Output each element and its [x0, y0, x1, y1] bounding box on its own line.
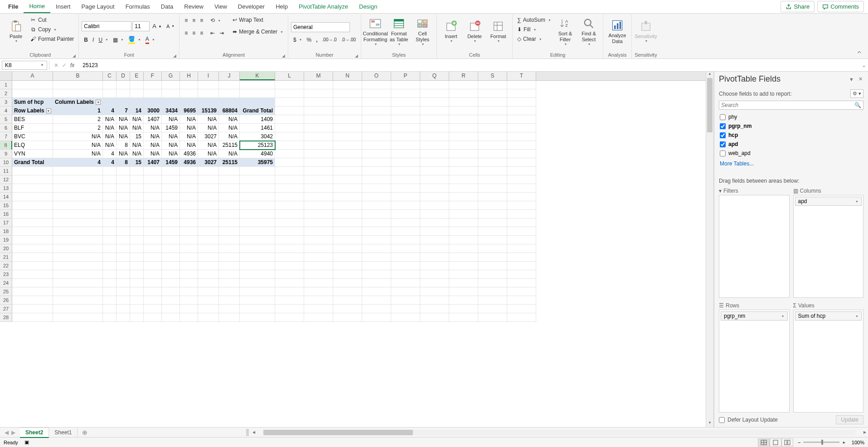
row-header-9[interactable]: 9	[0, 150, 12, 158]
cell[interactable]	[275, 219, 304, 227]
cell[interactable]	[333, 141, 362, 150]
cell[interactable]	[12, 184, 53, 193]
cell[interactable]	[198, 313, 219, 322]
row-header-20[interactable]: 20	[0, 244, 12, 253]
cell[interactable]	[333, 150, 362, 158]
cell[interactable]	[362, 107, 391, 115]
cell[interactable]: N/A	[116, 115, 130, 124]
cell[interactable]	[53, 184, 103, 193]
cell[interactable]	[478, 150, 507, 158]
cell[interactable]	[362, 236, 391, 244]
cell[interactable]	[449, 98, 478, 107]
cell[interactable]	[53, 201, 103, 210]
spreadsheet-grid[interactable]: ABCDEFGHIJKLMNOPQRST 123Sum of hcpColumn…	[0, 72, 714, 427]
cell[interactable]	[391, 98, 420, 107]
cell[interactable]	[507, 296, 536, 305]
cell[interactable]	[507, 141, 536, 150]
cell[interactable]	[12, 279, 53, 287]
cell[interactable]	[116, 244, 130, 253]
col-header-R[interactable]: R	[449, 72, 478, 80]
cell[interactable]	[103, 313, 116, 322]
cell[interactable]	[116, 313, 130, 322]
select-all-corner[interactable]	[0, 72, 12, 80]
cell[interactable]	[198, 262, 219, 270]
row-header-12[interactable]: 12	[0, 175, 12, 184]
cell[interactable]	[219, 227, 240, 236]
cell[interactable]: N/A	[53, 141, 103, 150]
name-box[interactable]: K8▼	[2, 61, 47, 70]
cell[interactable]	[144, 287, 162, 296]
cell[interactable]	[420, 305, 449, 313]
cell[interactable]	[240, 305, 275, 313]
cell[interactable]	[162, 184, 180, 193]
cell[interactable]	[304, 167, 333, 175]
cell[interactable]	[333, 227, 362, 236]
increase-indent-button[interactable]: ⇥	[217, 28, 226, 38]
cell[interactable]	[391, 262, 420, 270]
tab-scroll-splitter[interactable]	[246, 429, 249, 436]
row-header-6[interactable]: 6	[0, 124, 12, 132]
cell[interactable]	[449, 227, 478, 236]
cell[interactable]	[116, 175, 130, 184]
cell[interactable]	[219, 244, 240, 253]
cell[interactable]	[420, 201, 449, 210]
cell[interactable]	[180, 219, 198, 227]
font-color-button[interactable]: A▼	[143, 34, 157, 46]
cell[interactable]	[12, 201, 53, 210]
cell[interactable]	[362, 262, 391, 270]
cell[interactable]	[144, 219, 162, 227]
cell[interactable]	[219, 184, 240, 193]
cell[interactable]	[304, 150, 333, 158]
formula-input[interactable]	[79, 61, 860, 69]
cell[interactable]	[391, 150, 420, 158]
cell[interactable]	[333, 270, 362, 279]
row-header-13[interactable]: 13	[0, 184, 12, 193]
cell[interactable]	[478, 89, 507, 98]
cell[interactable]	[362, 287, 391, 296]
increase-decimal-button[interactable]: .00→.0	[320, 35, 339, 44]
cell[interactable]	[144, 296, 162, 305]
row-header-24[interactable]: 24	[0, 279, 12, 287]
cell[interactable]	[478, 132, 507, 141]
cell[interactable]	[53, 279, 103, 287]
page-break-view-button[interactable]	[781, 438, 793, 447]
cell[interactable]	[449, 175, 478, 184]
cell[interactable]	[12, 262, 53, 270]
field-item-pgrp_nm[interactable]: pgrp_nm	[719, 121, 863, 131]
cell[interactable]	[130, 167, 144, 175]
cell[interactable]	[333, 158, 362, 167]
cell[interactable]	[391, 201, 420, 210]
cell[interactable]	[219, 270, 240, 279]
vertical-scrollbar[interactable]: ▲ ▼	[706, 72, 713, 427]
cell[interactable]	[12, 287, 53, 296]
cell[interactable]	[507, 193, 536, 201]
cell[interactable]	[130, 287, 144, 296]
cell[interactable]	[449, 150, 478, 158]
cell[interactable]	[304, 270, 333, 279]
cell[interactable]	[391, 305, 420, 313]
cell[interactable]	[198, 279, 219, 287]
cell[interactable]	[162, 305, 180, 313]
cell[interactable]: 4	[53, 158, 103, 167]
sensitivity-button[interactable]: Sensitivity▼	[635, 15, 657, 48]
cell[interactable]: N/A	[103, 132, 116, 141]
cell[interactable]	[362, 270, 391, 279]
cell[interactable]	[478, 201, 507, 210]
zoom-slider[interactable]	[803, 442, 839, 443]
cell[interactable]	[180, 175, 198, 184]
cell[interactable]	[103, 184, 116, 193]
cell[interactable]	[507, 313, 536, 322]
cell[interactable]: 3000	[144, 107, 162, 115]
row-header-5[interactable]: 5	[0, 115, 12, 124]
cell[interactable]: N/A	[116, 150, 130, 158]
cell[interactable]	[198, 210, 219, 219]
cell[interactable]	[116, 167, 130, 175]
comments-button[interactable]: Comments	[817, 1, 864, 12]
cell[interactable]	[333, 107, 362, 115]
col-header-S[interactable]: S	[478, 72, 507, 80]
col-header-J[interactable]: J	[219, 72, 240, 80]
cell[interactable]	[478, 158, 507, 167]
cell[interactable]	[53, 287, 103, 296]
cell[interactable]	[391, 227, 420, 236]
cell[interactable]	[449, 107, 478, 115]
